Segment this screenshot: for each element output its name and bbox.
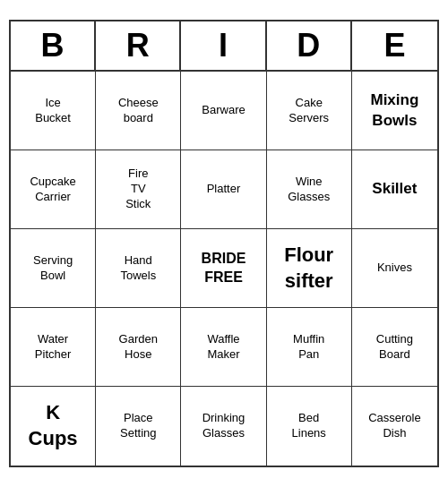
cell-label: Muffin Pan [293, 332, 324, 363]
bingo-cell[interactable]: Fire TV Stick [96, 150, 181, 229]
bingo-cell[interactable]: Cheese board [96, 72, 181, 150]
cell-label: Cake Servers [289, 96, 329, 126]
cell-label: Mixing Bowls [370, 90, 418, 130]
bingo-card: BRIDE Ice BucketCheese boardBarwareCake … [9, 20, 439, 467]
bingo-cell[interactable]: Casserole Dish [352, 387, 437, 466]
bingo-cell[interactable]: Cupcake Carrier [11, 150, 96, 229]
bingo-cell[interactable]: Knives [352, 229, 437, 308]
cell-label: Serving Bowl [33, 253, 73, 284]
cell-label: Drinking Glasses [202, 411, 246, 441]
bingo-cell[interactable]: Cake Servers [267, 72, 352, 150]
bingo-cell[interactable]: Mixing Bowls [352, 72, 437, 150]
cell-label: Garden Hose [119, 332, 158, 363]
cell-label: K Cups [29, 400, 78, 451]
bingo-cell[interactable]: Flour sifter [267, 229, 352, 308]
bingo-cell[interactable]: Skillet [352, 150, 437, 229]
bingo-cell[interactable]: Ice Bucket [11, 72, 96, 150]
cell-label: Cutting Board [376, 332, 413, 363]
cell-label: BRIDE FREE [202, 250, 246, 287]
cell-label: Knives [377, 261, 412, 276]
cell-label: Wine Glasses [288, 175, 330, 205]
bingo-cell[interactable]: BRIDE FREE [181, 229, 266, 308]
header-letter: D [267, 21, 352, 70]
bingo-cell[interactable]: Barware [181, 72, 266, 150]
cell-label: Ice Bucket [35, 96, 71, 126]
cell-label: Cupcake Carrier [30, 175, 75, 205]
header-letter: B [11, 21, 96, 70]
bingo-grid: Ice BucketCheese boardBarwareCake Server… [11, 72, 437, 466]
header-letter: E [352, 21, 437, 70]
bingo-cell[interactable]: Waffle Maker [181, 308, 266, 387]
cell-label: Platter [207, 182, 241, 197]
bingo-cell[interactable]: Serving Bowl [11, 229, 96, 308]
bingo-cell[interactable]: K Cups [11, 387, 96, 466]
bingo-cell[interactable]: Platter [181, 150, 266, 229]
cell-label: Cheese board [118, 96, 159, 126]
cell-label: Hand Towels [120, 253, 156, 284]
bingo-cell[interactable]: Bed Linens [267, 387, 352, 466]
bingo-cell[interactable]: Garden Hose [96, 308, 181, 387]
cell-label: Flour sifter [284, 243, 333, 294]
cell-label: Place Setting [120, 411, 156, 441]
bingo-header: BRIDE [11, 21, 437, 72]
bingo-cell[interactable]: Muffin Pan [267, 308, 352, 387]
header-letter: R [96, 21, 181, 70]
bingo-cell[interactable]: Hand Towels [96, 229, 181, 308]
bingo-cell[interactable]: Place Setting [96, 387, 181, 466]
cell-label: Fire TV Stick [125, 167, 151, 212]
cell-label: Casserole Dish [368, 411, 421, 441]
bingo-cell[interactable]: Water Pitcher [11, 308, 96, 387]
header-letter: I [181, 21, 266, 70]
cell-label: Bed Linens [292, 411, 326, 441]
bingo-cell[interactable]: Cutting Board [352, 308, 437, 387]
cell-label: Waffle Maker [207, 332, 239, 363]
bingo-cell[interactable]: Wine Glasses [267, 150, 352, 229]
bingo-cell[interactable]: Drinking Glasses [181, 387, 266, 466]
cell-label: Barware [202, 103, 245, 118]
cell-label: Skillet [372, 179, 417, 199]
cell-label: Water Pitcher [35, 332, 71, 363]
